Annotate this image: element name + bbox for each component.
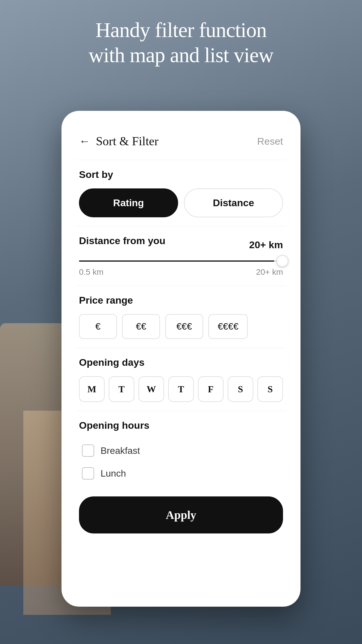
- day-thu-button[interactable]: T: [168, 376, 194, 402]
- slider-min-label: 0.5 km: [79, 267, 103, 277]
- opening-days-section: Opening days M T W T F S S: [76, 351, 286, 408]
- reset-button[interactable]: Reset: [257, 136, 283, 147]
- day-tue-button[interactable]: T: [109, 376, 134, 402]
- distance-slider-fill: [79, 260, 274, 262]
- sort-by-section: Sort by Rating Distance: [76, 163, 286, 223]
- apply-button[interactable]: Apply: [79, 496, 283, 533]
- distance-section: Distance from you 20+ km 0.5 km 20+ km: [76, 229, 286, 283]
- day-mon-button[interactable]: M: [79, 376, 105, 402]
- distance-value: 20+ km: [249, 239, 283, 251]
- header-left: ← Sort & Filter: [79, 134, 159, 148]
- opening-hours-label: Opening hours: [79, 420, 283, 431]
- phone-screen: ← Sort & Filter Reset Sort by Rating Dis…: [61, 111, 301, 607]
- divider-4: [76, 348, 286, 348]
- distance-slider-track[interactable]: [79, 260, 283, 262]
- distance-header: Distance from you 20+ km: [79, 235, 283, 255]
- sort-by-label: Sort by: [79, 169, 283, 180]
- page-title: Sort & Filter: [96, 134, 159, 148]
- day-buttons-group: M T W T F S S: [79, 376, 283, 402]
- header-section: Handy filter function with map and list …: [0, 18, 362, 68]
- breakfast-item: Breakfast: [79, 439, 283, 462]
- screen-content: ← Sort & Filter Reset Sort by Rating Dis…: [76, 125, 286, 542]
- price-budget1-button[interactable]: €: [79, 314, 117, 339]
- lunch-item: Lunch: [79, 462, 283, 485]
- divider-2: [76, 226, 286, 226]
- opening-hours-section: Opening hours Breakfast Lunch: [76, 414, 286, 491]
- phone-frame: ← Sort & Filter Reset Sort by Rating Dis…: [61, 111, 301, 607]
- price-budget4-button[interactable]: €€€€: [208, 314, 248, 339]
- divider-1: [76, 160, 286, 160]
- sort-distance-button[interactable]: Distance: [184, 188, 283, 217]
- sort-rating-button[interactable]: Rating: [79, 188, 178, 217]
- day-sun-button[interactable]: S: [257, 376, 283, 402]
- breakfast-label: Breakfast: [101, 445, 140, 456]
- day-wed-button[interactable]: W: [138, 376, 164, 402]
- opening-days-label: Opening days: [79, 357, 283, 368]
- price-budget3-button[interactable]: €€€: [165, 314, 203, 339]
- filter-header: ← Sort & Filter Reset: [76, 125, 286, 157]
- price-range-section: Price range € €€ €€€ €€€€: [76, 289, 286, 345]
- lunch-checkbox[interactable]: [82, 467, 94, 480]
- distance-label: Distance from you: [79, 235, 166, 246]
- price-budget2-button[interactable]: €€: [122, 314, 160, 339]
- distance-slider-thumb[interactable]: [277, 255, 288, 267]
- header-title: Handy filter function with map and list …: [23, 18, 339, 68]
- divider-3: [76, 286, 286, 286]
- back-button[interactable]: ←: [79, 135, 90, 148]
- apply-section: Apply: [76, 491, 286, 542]
- slider-labels: 0.5 km 20+ km: [79, 267, 283, 277]
- slider-max-label: 20+ km: [256, 267, 283, 277]
- price-range-label: Price range: [79, 295, 283, 306]
- breakfast-checkbox[interactable]: [82, 444, 94, 457]
- day-sat-button[interactable]: S: [228, 376, 253, 402]
- price-buttons-group: € €€ €€€ €€€€: [79, 314, 283, 339]
- divider-5: [76, 411, 286, 411]
- day-fri-button[interactable]: F: [198, 376, 224, 402]
- sort-buttons-group: Rating Distance: [79, 188, 283, 217]
- lunch-label: Lunch: [101, 468, 126, 479]
